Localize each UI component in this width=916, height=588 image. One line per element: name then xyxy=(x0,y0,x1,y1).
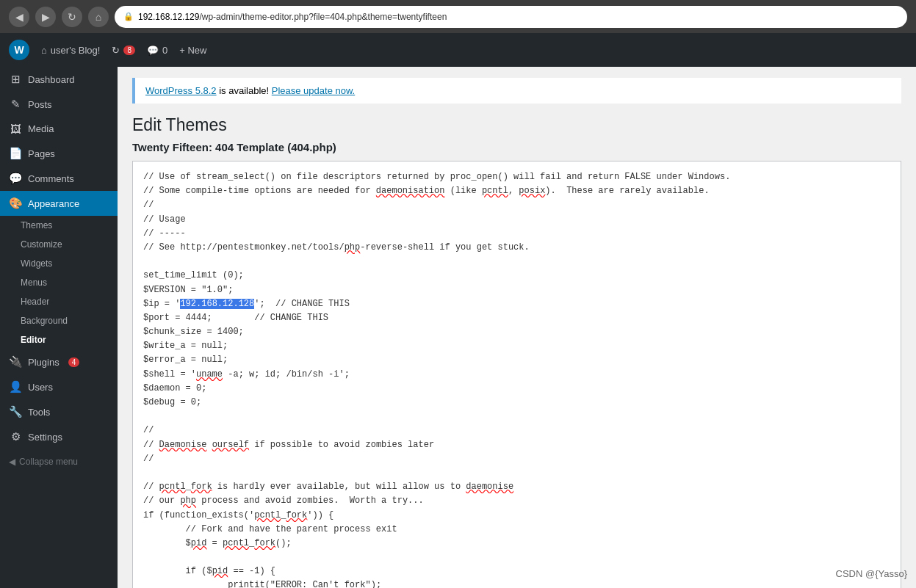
page-title: Edit Themes xyxy=(132,115,901,135)
sidebar-item-settings[interactable]: ⚙ Settings xyxy=(0,424,118,449)
adminbar-new[interactable]: + New xyxy=(179,45,206,56)
plugins-icon: 🔌 xyxy=(9,355,22,369)
refresh-button[interactable]: ↻ xyxy=(62,7,82,27)
wp-admin-bar: W ⌂ user's Blog! ↻ 8 💬 0 + New xyxy=(0,33,916,67)
pages-icon: 📄 xyxy=(9,147,22,160)
browser-chrome: ◀ ▶ ↻ ⌂ 🔒 192.168.12.129/wp-admin/theme-… xyxy=(0,0,916,33)
sidebar-item-appearance[interactable]: 🎨 Appearance xyxy=(0,191,118,216)
sidebar-item-pages[interactable]: 📄 Pages xyxy=(0,141,118,166)
sidebar-sub-widgets[interactable]: Widgets xyxy=(0,254,118,273)
sidebar-sub-background[interactable]: Background xyxy=(0,311,118,330)
sidebar-item-posts[interactable]: ✎ Posts xyxy=(0,92,118,117)
adminbar-updates[interactable]: ↻ 8 xyxy=(112,45,135,56)
comments-icon: 💬 xyxy=(9,172,22,185)
wp-layout: ⊞ Dashboard ✎ Posts 🖼 Media 📄 Pages 💬 Co… xyxy=(0,67,916,588)
sidebar-item-plugins[interactable]: 🔌 Plugins 4 xyxy=(0,349,118,374)
sidebar-item-dashboard[interactable]: ⊞ Dashboard xyxy=(0,67,118,92)
users-icon: 👤 xyxy=(9,380,22,393)
appearance-icon: 🎨 xyxy=(9,197,22,210)
tools-icon: 🔧 xyxy=(9,405,22,418)
wp-logo[interactable]: W xyxy=(9,40,29,60)
watermark: CSDN @{Yasso} xyxy=(836,568,908,579)
sidebar-item-media[interactable]: 🖼 Media xyxy=(0,117,118,141)
collapse-menu[interactable]: ◀ Collapse menu xyxy=(0,449,118,474)
collapse-icon: ◀ xyxy=(9,457,15,467)
sidebar-item-users[interactable]: 👤 Users xyxy=(0,374,118,399)
sidebar-sub-header[interactable]: Header xyxy=(0,292,118,311)
comments-icon: 💬 xyxy=(147,45,159,56)
posts-icon: ✎ xyxy=(9,98,22,111)
file-title: Twenty Fifteen: 404 Template (404.php) xyxy=(132,141,901,153)
sidebar-sub-customize[interactable]: Customize xyxy=(0,235,118,254)
adminbar-site[interactable]: ⌂ user's Blog! xyxy=(41,45,100,56)
sidebar: ⊞ Dashboard ✎ Posts 🖼 Media 📄 Pages 💬 Co… xyxy=(0,67,118,588)
sidebar-sub-editor[interactable]: Editor xyxy=(0,330,118,349)
sidebar-sub-menus[interactable]: Menus xyxy=(0,273,118,292)
adminbar-comments[interactable]: 💬 0 xyxy=(147,45,167,56)
forward-button[interactable]: ▶ xyxy=(35,7,56,27)
code-editor[interactable]: // Use of stream_select() on file descri… xyxy=(132,161,901,588)
update-now-link[interactable]: Please update now. xyxy=(272,85,355,96)
lock-icon: 🔒 xyxy=(123,12,134,21)
update-version-link[interactable]: WordPress 5.8.2 xyxy=(145,85,217,96)
adminbar-home-icon: ⌂ xyxy=(41,45,47,56)
updates-icon: ↻ xyxy=(112,45,120,56)
sidebar-item-comments[interactable]: 💬 Comments xyxy=(0,166,118,191)
sidebar-item-tools[interactable]: 🔧 Tools xyxy=(0,399,118,424)
update-notice: WordPress 5.8.2 is available! Please upd… xyxy=(132,78,901,104)
settings-icon: ⚙ xyxy=(9,430,22,443)
main-content: WordPress 5.8.2 is available! Please upd… xyxy=(118,67,916,588)
dashboard-icon: ⊞ xyxy=(9,73,22,86)
address-bar[interactable]: 🔒 192.168.12.129/wp-admin/theme-editor.p… xyxy=(115,6,907,28)
home-button[interactable]: ⌂ xyxy=(88,7,109,27)
back-button[interactable]: ◀ xyxy=(9,7,29,27)
address-text: 192.168.12.129/wp-admin/theme-editor.php… xyxy=(138,12,447,22)
media-icon: 🖼 xyxy=(9,123,22,135)
sidebar-sub-themes[interactable]: Themes xyxy=(0,216,118,235)
